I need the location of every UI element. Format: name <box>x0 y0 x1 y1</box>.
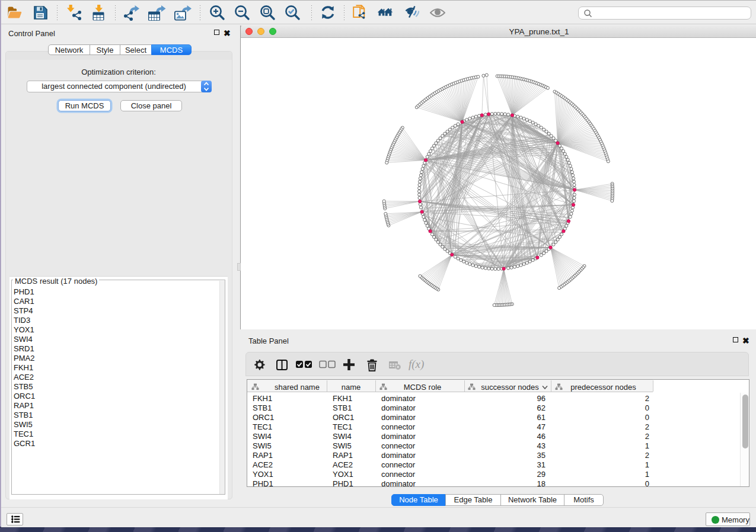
svg-text:f(x): f(x) <box>409 358 424 371</box>
